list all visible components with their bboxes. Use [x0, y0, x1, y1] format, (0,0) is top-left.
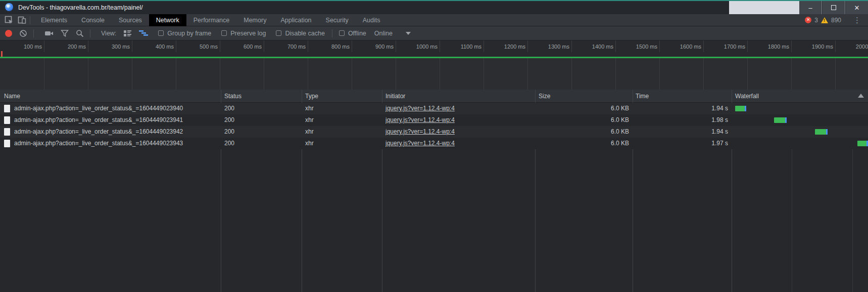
column-header-type[interactable]: Type: [305, 90, 318, 103]
ruler-tick-label: 800 ms: [306, 40, 350, 52]
tab-application[interactable]: Application: [273, 14, 318, 26]
waterfall-view-icon[interactable]: [139, 30, 148, 36]
tab-security[interactable]: Security: [319, 14, 356, 26]
document-icon: [4, 116, 10, 124]
offline-label: Offline: [348, 30, 366, 37]
tab-elements[interactable]: Elements: [34, 14, 74, 26]
column-header-size[interactable]: Size: [539, 90, 550, 103]
request-type: xhr: [305, 126, 378, 138]
close-button[interactable]: ✕: [846, 1, 868, 14]
ruler-tick-label: 1300 ms: [526, 40, 569, 52]
network-overview[interactable]: [0, 58, 868, 90]
ruler-tick-label: 500 ms: [174, 40, 218, 52]
tab-performance[interactable]: Performance: [186, 14, 237, 26]
group-by-frame-toggle[interactable]: Group by frame: [158, 30, 211, 37]
more-options-icon[interactable]: ⋮: [850, 16, 864, 25]
ruler-tick-label: 1900 ms: [790, 40, 833, 52]
ruler-tick-label: 200 ms: [42, 40, 86, 52]
download-segment: [745, 106, 746, 111]
ruler-tick-label: 1100 ms: [438, 40, 481, 52]
ruler-tick-label: 900 ms: [350, 40, 394, 52]
ruler-tick-label: 1500 ms: [614, 40, 657, 52]
tabbar-separator: [30, 16, 30, 24]
device-toolbar-icon[interactable]: [18, 16, 26, 24]
waterfall-bar[interactable]: [815, 129, 828, 135]
offline-toggle[interactable]: Offline: [339, 30, 366, 37]
request-name[interactable]: admin-ajax.php?action=_live_order_status…: [14, 126, 216, 138]
overview-gridline: [132, 58, 132, 90]
overview-gridline: [176, 58, 176, 90]
waterfall-bar[interactable]: [857, 141, 868, 146]
close-icon: ✕: [854, 4, 860, 12]
disable-cache-checkbox[interactable]: [276, 30, 281, 36]
request-initiator-link[interactable]: jquery.js?ver=1.12.4-wp:4: [385, 138, 532, 149]
overview-gridline: [308, 58, 308, 90]
group-by-frame-checkbox[interactable]: [158, 30, 164, 36]
search-icon[interactable]: [76, 29, 84, 37]
console-badges[interactable]: ✕ 3 890 ⋮: [805, 16, 868, 25]
tab-sources[interactable]: Sources: [112, 14, 149, 26]
column-header-waterfall[interactable]: Waterfall: [735, 90, 759, 103]
column-header-initiator[interactable]: Initiator: [385, 90, 405, 103]
request-name[interactable]: admin-ajax.php?action=_live_order_status…: [14, 138, 216, 149]
waterfall-sort-icon[interactable]: [858, 94, 864, 98]
table-row[interactable]: admin-ajax.php?action=_live_order_status…: [0, 103, 868, 114]
request-status: 200: [224, 114, 298, 126]
ruler-tick-label: 300 ms: [86, 40, 130, 52]
overview-gridline: [571, 58, 572, 90]
overview-gridline: [88, 58, 88, 90]
overview-gridline: [615, 58, 616, 90]
waterfall-bar[interactable]: [774, 117, 787, 123]
preserve-log-checkbox[interactable]: [221, 30, 227, 36]
inspect-element-icon[interactable]: [5, 16, 13, 24]
column-header-name[interactable]: Name: [4, 90, 20, 103]
table-row[interactable]: admin-ajax.php?action=_live_order_status…: [0, 138, 868, 149]
throttling-dropdown[interactable]: Online: [374, 30, 411, 37]
request-type: xhr: [305, 103, 378, 114]
document-icon: [4, 128, 10, 136]
request-name[interactable]: admin-ajax.php?action=_live_order_status…: [14, 103, 216, 114]
preserve-log-toggle[interactable]: Preserve log: [221, 30, 266, 37]
request-size: 6.0 KB: [556, 126, 629, 138]
table-row[interactable]: admin-ajax.php?action=_live_order_status…: [0, 114, 868, 126]
disable-cache-toggle[interactable]: Disable cache: [276, 30, 325, 37]
overview-gridline: [791, 58, 792, 90]
request-size: 6.0 KB: [556, 114, 629, 126]
large-rows-icon[interactable]: [123, 30, 132, 37]
filter-icon[interactable]: [61, 29, 69, 37]
ruler-tick-label: 400 ms: [130, 40, 174, 52]
record-button[interactable]: [5, 30, 12, 37]
overview-gridline: [264, 58, 264, 90]
tab-audits[interactable]: Audits: [356, 14, 388, 26]
screenshot-camera-icon[interactable]: [44, 30, 54, 37]
ruler-tick-label: 2000 ms: [834, 40, 868, 52]
chevron-down-icon: [406, 32, 411, 35]
ruler-tick-label: 1800 ms: [746, 40, 789, 52]
request-initiator-link[interactable]: jquery.js?ver=1.12.4-wp:4: [385, 103, 532, 114]
request-initiator-link[interactable]: jquery.js?ver=1.12.4-wp:4: [385, 114, 532, 126]
toolbar-separator: [332, 29, 332, 37]
request-size: 6.0 KB: [556, 103, 629, 114]
table-row[interactable]: admin-ajax.php?action=_live_order_status…: [0, 126, 868, 138]
tab-network[interactable]: Network: [149, 14, 186, 26]
column-header-status[interactable]: Status: [224, 90, 242, 103]
overview-gridline: [659, 58, 660, 90]
window-top-edge: [0, 0, 868, 1]
ruler-tick-label: 1600 ms: [658, 40, 701, 52]
document-icon: [4, 105, 10, 112]
clear-icon[interactable]: [19, 29, 27, 37]
column-header-time[interactable]: Time: [636, 90, 649, 103]
request-initiator-link[interactable]: jquery.js?ver=1.12.4-wp:4: [385, 126, 532, 138]
minimize-button[interactable]: –: [799, 1, 822, 14]
request-name[interactable]: admin-ajax.php?action=_live_order_status…: [14, 114, 216, 126]
maximize-button[interactable]: [823, 1, 845, 14]
overview-gridline: [527, 58, 528, 90]
tab-memory[interactable]: Memory: [236, 14, 273, 26]
waterfall-bar[interactable]: [735, 106, 746, 111]
tab-console[interactable]: Console: [74, 14, 112, 26]
ruler-tick-label: 1700 ms: [702, 40, 745, 52]
offline-checkbox[interactable]: [339, 30, 345, 36]
maximize-icon: [831, 5, 836, 10]
window-title: DevTools - thiagovarella.com.br/team/pai…: [18, 0, 143, 14]
minimize-icon: –: [808, 4, 812, 12]
